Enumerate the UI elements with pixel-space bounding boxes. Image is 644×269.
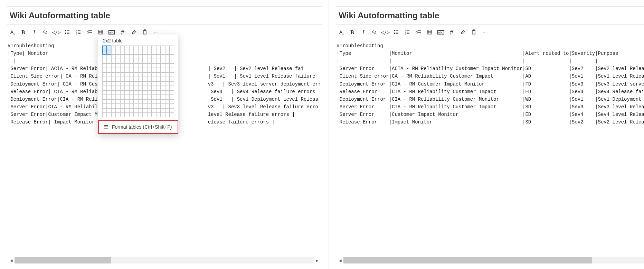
table-picker-cell[interactable]	[147, 99, 152, 104]
table-picker-cell[interactable]	[165, 54, 170, 59]
bold-button[interactable]: B	[18, 27, 28, 38]
numbered-list-button[interactable]: 123	[402, 27, 413, 38]
table-picker-cell[interactable]	[102, 108, 107, 113]
table-picker-cell[interactable]	[120, 72, 125, 77]
table-picker-cell[interactable]	[147, 59, 152, 63]
table-picker-cell[interactable]	[111, 50, 116, 54]
table-picker-cell[interactable]	[161, 77, 165, 81]
table-picker-cell[interactable]	[134, 59, 138, 63]
table-picker-cell[interactable]	[165, 90, 170, 95]
horizontal-scrollbar[interactable]: ◀ ▶	[337, 257, 644, 263]
table-picker-cell[interactable]	[138, 77, 143, 81]
scrollbar-track[interactable]	[15, 257, 314, 263]
table-picker-cell[interactable]	[161, 72, 165, 77]
table-picker-cell[interactable]	[156, 113, 161, 117]
table-picker-cell[interactable]	[170, 90, 174, 95]
table-picker-cell[interactable]	[120, 50, 125, 54]
table-picker-cell[interactable]	[116, 46, 120, 50]
table-picker-cell[interactable]	[152, 72, 156, 77]
table-picker-cell[interactable]	[111, 104, 116, 108]
table-picker-cell[interactable]	[152, 95, 156, 99]
table-picker-cell[interactable]	[116, 113, 120, 117]
table-picker-cell[interactable]	[143, 54, 147, 59]
table-picker-cell[interactable]	[111, 113, 116, 117]
table-picker-cell[interactable]	[111, 108, 116, 113]
table-picker-cell[interactable]	[116, 68, 120, 72]
table-picker-cell[interactable]	[102, 59, 107, 63]
table-picker-cell[interactable]	[102, 104, 107, 108]
table-picker-cell[interactable]	[107, 81, 111, 86]
table-picker-cell[interactable]	[161, 113, 165, 117]
table-picker-cell[interactable]	[107, 90, 111, 95]
table-picker-cell[interactable]	[120, 90, 125, 95]
table-picker-cell[interactable]	[134, 108, 138, 113]
table-picker-cell[interactable]	[170, 104, 174, 108]
table-picker-cell[interactable]	[116, 90, 120, 95]
table-picker-cell[interactable]	[111, 63, 116, 68]
table-picker-cell[interactable]	[147, 108, 152, 113]
attach-button[interactable]	[457, 27, 468, 38]
table-picker-cell[interactable]	[107, 77, 111, 81]
table-picker-cell[interactable]	[170, 99, 174, 104]
table-picker-cell[interactable]	[138, 46, 143, 50]
scroll-right-arrow[interactable]: ▶	[314, 257, 320, 263]
table-picker-cell[interactable]	[107, 95, 111, 99]
table-picker-cell[interactable]	[111, 46, 116, 50]
table-picker-cell[interactable]	[116, 104, 120, 108]
table-picker-cell[interactable]	[116, 59, 120, 63]
table-picker-cell[interactable]	[161, 54, 165, 59]
table-picker-cell[interactable]	[125, 54, 129, 59]
table-picker-cell[interactable]	[170, 54, 174, 59]
table-picker-cell[interactable]	[120, 99, 125, 104]
table-picker-cell[interactable]	[120, 95, 125, 99]
table-picker-cell[interactable]	[161, 90, 165, 95]
table-picker-cell[interactable]	[116, 81, 120, 86]
table-picker-cell[interactable]	[143, 77, 147, 81]
table-picker-cell[interactable]	[170, 108, 174, 113]
table-picker-cell[interactable]	[102, 63, 107, 68]
table-picker-cell[interactable]	[125, 95, 129, 99]
table-picker-cell[interactable]	[152, 50, 156, 54]
table-picker-cell[interactable]	[165, 99, 170, 104]
table-picker-cell[interactable]	[147, 77, 152, 81]
table-picker-cell[interactable]	[147, 46, 152, 50]
table-picker-cell[interactable]	[102, 54, 107, 59]
table-picker-cell[interactable]	[156, 59, 161, 63]
table-picker-cell[interactable]	[111, 59, 116, 63]
table-picker-cell[interactable]	[111, 95, 116, 99]
table-picker-cell[interactable]	[138, 104, 143, 108]
table-picker-cell[interactable]	[152, 86, 156, 90]
table-picker-cell[interactable]	[143, 108, 147, 113]
table-picker-cell[interactable]	[165, 108, 170, 113]
table-picker-cell[interactable]	[129, 54, 134, 59]
table-picker-cell[interactable]	[129, 90, 134, 95]
table-picker-grid[interactable]	[102, 46, 174, 117]
table-picker-cell[interactable]	[138, 63, 143, 68]
editor-content[interactable]: #Troubleshooting |Type |Monitor |Alert r…	[336, 40, 644, 226]
table-picker-cell[interactable]	[138, 81, 143, 86]
table-picker-cell[interactable]	[120, 46, 125, 50]
table-picker-cell[interactable]	[134, 46, 138, 50]
table-picker-cell[interactable]	[116, 77, 120, 81]
table-picker-cell[interactable]	[102, 90, 107, 95]
table-picker-cell[interactable]	[120, 68, 125, 72]
scrollbar-track[interactable]	[343, 257, 644, 263]
table-picker-cell[interactable]	[111, 77, 116, 81]
table-picker-cell[interactable]	[134, 63, 138, 68]
table-picker-cell[interactable]	[116, 50, 120, 54]
table-picker-cell[interactable]	[170, 63, 174, 68]
table-picker-cell[interactable]	[111, 90, 116, 95]
table-picker-cell[interactable]	[134, 72, 138, 77]
table-picker-cell[interactable]	[138, 99, 143, 104]
table-picker-cell[interactable]	[161, 104, 165, 108]
table-picker-cell[interactable]	[116, 72, 120, 77]
table-picker-cell[interactable]	[143, 63, 147, 68]
table-picker-cell[interactable]	[147, 63, 152, 68]
table-picker-cell[interactable]	[165, 77, 170, 81]
page-title-field[interactable]: Wiki Autoformatting table	[7, 6, 322, 25]
table-picker-cell[interactable]	[156, 63, 161, 68]
table-picker-cell[interactable]	[152, 108, 156, 113]
table-picker-cell[interactable]	[152, 104, 156, 108]
table-picker-cell[interactable]	[125, 113, 129, 117]
table-picker-cell[interactable]	[170, 86, 174, 90]
